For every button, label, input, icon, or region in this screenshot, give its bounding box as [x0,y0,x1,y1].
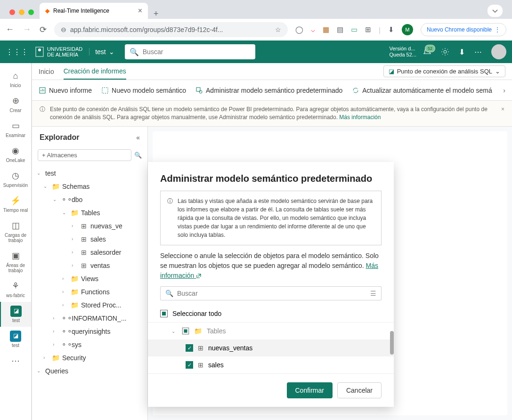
crumb-creacion[interactable]: Creación de informes [64,67,126,80]
rail-monitor[interactable]: ◷Supervisión [0,167,31,192]
folder-icon: 📁 [52,183,59,190]
global-search[interactable]: 🔍 [125,44,255,59]
more-icon[interactable]: ⋯ [474,48,482,57]
rail-test-2[interactable]: ◪test [0,327,31,352]
tb-new-report[interactable]: Nuevo informe [39,87,92,94]
banner-link[interactable]: Más información [339,114,381,121]
folder-icon: 📁 [52,354,59,362]
modal-search-input[interactable] [177,290,366,297]
tab-bar: ◆ Real-Time Intelligence × + [0,0,512,19]
tree-node-stored-proc[interactable]: ›📁Stored Proc... [32,299,147,312]
org-logo[interactable]: UNIVERSIDAD DE ALMERÍA [35,45,82,58]
maximize-window[interactable] [28,9,34,15]
tb-manage-model[interactable]: Administrar modelo semántico predetermin… [195,87,342,94]
tree-node-functions[interactable]: ›📁Functions [32,285,147,299]
tree-node-nuevas-ventas[interactable]: ›⊞nuevas_ve [32,219,147,233]
tab-overflow-button[interactable] [488,5,503,17]
tree-node-views[interactable]: ›📁Views [32,272,147,285]
close-window[interactable] [9,9,15,15]
notifications-icon[interactable]: 52 [423,48,431,57]
scrollbar-thumb[interactable] [390,331,394,355]
tree-node-queryinsights[interactable]: ›⚬⚬queryinsights [32,325,147,338]
divider: | [379,26,381,34]
rail-more[interactable]: ⋯ [0,352,31,371]
tab-title: Real-Time Intelligence [53,8,109,14]
tree-node-schemas[interactable]: ⌄📁Schemas [32,180,147,193]
modal-search-bar[interactable]: 🔍 ☰ [160,286,382,300]
tree-node-test[interactable]: ⌄test [32,167,147,180]
tree-node-queries[interactable]: ⌄Queries [32,364,147,378]
app-launcher-icon[interactable]: ⋮⋮⋮ [6,48,28,57]
modal-item-nuevas-ventas[interactable]: ✓ ⊞ nuevas_ventas [148,339,394,356]
new-tab-button[interactable]: + [148,9,164,19]
select-all-row[interactable]: Seleccionar todo [148,305,394,323]
ext-icon-5[interactable]: ▭ [351,25,358,34]
rail-wsfabric[interactable]: ⚘ws-fabric [0,277,31,302]
tree-node-sys[interactable]: ›⚬⚬sys [32,338,147,351]
tables-checkbox[interactable] [182,328,189,334]
close-tab-icon[interactable]: × [138,7,142,15]
search-input[interactable] [143,48,251,56]
plus-circle-icon: ⊕ [10,96,21,107]
rail-home[interactable]: ⌂Inicio [0,67,31,92]
checkbox-nuevas-ventas[interactable]: ✓ [186,344,193,352]
tree-node-tables[interactable]: ⌄📁Tables [32,206,147,219]
user-avatar[interactable] [491,44,506,59]
address-bar: ← → ⟳ ⊖ app.fabric.microsoft.com/groups/… [0,19,512,40]
extensions-icon[interactable]: ⊞ [365,25,371,34]
pocket-icon[interactable]: ⌵ [311,25,315,34]
tree-node-salesorder[interactable]: ›⊞salesorder [32,246,147,259]
confirm-button[interactable]: Confirmar [287,382,333,398]
chevron-down-icon: ⌄ [109,48,114,56]
select-all-checkbox[interactable] [160,310,168,317]
download-icon[interactable]: ⬇ [388,25,394,34]
cancel-button[interactable]: Cancelar [337,382,382,398]
filter-icon[interactable]: ☰ [370,290,376,297]
back-button[interactable]: ← [6,24,14,35]
url-bar[interactable]: ⊖ app.fabric.microsoft.com/groups/d873e7… [54,22,288,37]
close-banner-icon[interactable]: × [501,105,504,121]
tree-node-dbo[interactable]: ⌄⚬⚬dbo [32,193,147,206]
bookmark-icon[interactable]: ☆ [275,26,281,33]
table-icon: ⊞ [80,235,88,243]
rail-browse[interactable]: ▭Examinar [0,117,31,142]
chrome-update-button[interactable]: Nuevo Chrome disponible ⋮ [421,23,506,36]
trial-status[interactable]: Versión d... Queda 52... [390,46,417,58]
browser-chrome: ◆ Real-Time Intelligence × + ← → ⟳ ⊖ app… [0,0,512,40]
crumb-inicio[interactable]: Inicio [39,68,54,75]
download-icon[interactable]: ⬇ [459,48,465,57]
tb-auto-update[interactable]: Actualizar automáticamente el modelo sem… [352,87,492,94]
tb-new-model[interactable]: Nuevo modelo semántico [101,87,186,94]
search-explorer-icon[interactable]: 🔍 [134,152,142,159]
rail-workloads[interactable]: ◫Cargas de trabajo [0,217,31,247]
tree-node-ventas[interactable]: ›⊞ventas [32,259,147,272]
ext-icon-3[interactable]: ▦ [323,25,329,34]
rail-test-1[interactable]: ◪test [0,302,31,327]
checkbox-sales[interactable]: ✓ [186,361,193,369]
modal-tables-group[interactable]: ⌄ 📁 Tables [148,323,394,339]
site-settings-icon[interactable]: ⊖ [61,26,66,33]
collapse-explorer-icon[interactable]: « [136,134,140,141]
modal-body-text: Seleccione o anule la selección de objet… [148,251,394,286]
profile-avatar[interactable]: M [402,24,413,35]
workspace-selector[interactable]: test ⌄ [89,48,114,56]
rail-onelake[interactable]: ◉OneLake [0,142,31,167]
settings-icon[interactable] [441,48,449,57]
forward-button[interactable]: → [23,24,31,35]
add-warehouse-button[interactable]: + Almacenes [38,149,131,161]
workload-icon: ◫ [10,220,21,232]
modal-item-sales[interactable]: ✓ ⊞ sales [148,356,394,373]
ext-icon-4[interactable]: ▤ [337,25,343,34]
rail-create[interactable]: ⊕Crear [0,92,31,117]
reload-button[interactable]: ⟳ [40,24,47,35]
tree-node-information[interactable]: ›⚬⚬INFORMATION_... [32,312,147,325]
rail-workspaces[interactable]: ▣Áreas de trabajo [0,247,31,277]
tree-node-sales[interactable]: ›⊞sales [32,233,147,246]
minimize-window[interactable] [19,9,24,15]
ext-icon-1[interactable]: ◯ [295,25,303,34]
rail-realtime[interactable]: ⚡Tiempo real [0,192,31,217]
connection-selector[interactable]: ◪ Punto de conexión de análisis SQL ⌄ [383,65,505,77]
tree-node-security[interactable]: ›📁Security [32,351,147,364]
toolbar-overflow-icon[interactable]: › [503,87,505,94]
browser-tab[interactable]: ◆ Real-Time Intelligence × [40,3,148,19]
